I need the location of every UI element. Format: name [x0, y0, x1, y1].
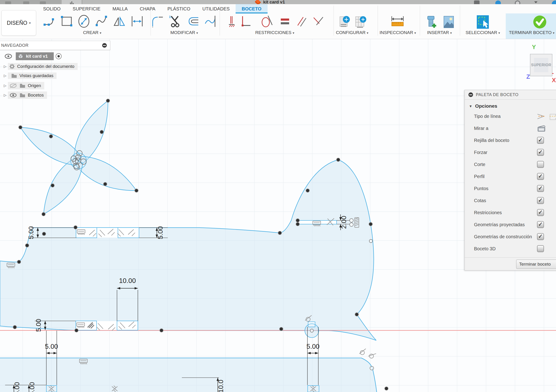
sketch-point-hollow[interactable] — [350, 223, 353, 226]
sketch-point[interactable] — [369, 223, 372, 226]
sketch-point[interactable] — [160, 329, 163, 332]
sketch-point[interactable] — [296, 223, 300, 226]
fillet-tool-icon[interactable] — [151, 14, 165, 28]
sketch-point[interactable] — [296, 219, 300, 222]
viewcube-face-top[interactable]: SUPERIOR — [530, 54, 552, 76]
insert-image-icon[interactable] — [442, 14, 456, 29]
tangent-constraint-icon[interactable] — [359, 349, 366, 355]
dimension-label[interactable]: 5.00 — [35, 319, 42, 332]
save-icon[interactable] — [23, 1, 29, 4]
tree-item-origin[interactable]: ▷ Origen — [2, 82, 44, 89]
palette-section-options[interactable]: ▼ Opciones — [469, 103, 556, 109]
collapse-panel-icon[interactable] — [102, 43, 107, 48]
sketch-point[interactable] — [25, 244, 29, 247]
dimension-label[interactable]: 5.00 — [28, 382, 36, 392]
dimension-label[interactable]: 10.0 — [217, 380, 224, 392]
viewcube[interactable]: SUPERIOR — [530, 54, 552, 76]
sketch-point[interactable] — [337, 158, 340, 162]
sketch-point[interactable] — [278, 231, 282, 235]
sketch-point[interactable] — [385, 387, 388, 390]
design-workspace-dropdown[interactable]: DISEÑO ▾ — [1, 10, 36, 36]
sketch-point[interactable] — [355, 313, 359, 316]
dimension-label[interactable]: 5.00 — [157, 226, 164, 239]
parallel-constraint-icon[interactable] — [294, 14, 308, 28]
dimension-label[interactable]: 5.00 — [45, 343, 58, 350]
measure-icon[interactable] — [390, 14, 405, 29]
edit-curve-icon[interactable] — [203, 14, 217, 28]
sketch-point[interactable] — [75, 329, 78, 332]
trim-tool-icon[interactable] — [168, 14, 182, 28]
checkbox[interactable]: ✓ — [537, 149, 544, 156]
dimension-label[interactable]: 10.00 — [119, 277, 136, 284]
finish-sketch-check-icon[interactable] — [532, 14, 548, 30]
sketch-point-hollow[interactable] — [370, 366, 374, 370]
sketch-point[interactable] — [42, 212, 46, 216]
collapse-panel-icon[interactable] — [468, 92, 473, 97]
undo-icon[interactable] — [40, 1, 46, 4]
sketch-point[interactable] — [17, 260, 21, 264]
eye-icon[interactable] — [4, 53, 13, 59]
sketch-point[interactable] — [49, 135, 53, 138]
sketch-point[interactable] — [74, 226, 77, 229]
sketch-point-hollow[interactable] — [310, 329, 313, 332]
tab-malla[interactable]: MALLA — [107, 4, 134, 13]
palette-header[interactable]: PALETA DE BOCETO — [465, 90, 556, 99]
checkbox[interactable]: ✓ — [537, 137, 544, 144]
checkbox[interactable]: ✓ — [537, 233, 544, 240]
quick-access-toolbar[interactable] — [0, 0, 83, 4]
dimension-label[interactable]: 5.00 — [27, 226, 35, 239]
tab-boceto[interactable]: BOCETO — [236, 4, 267, 13]
expander-icon[interactable]: ▷ — [2, 83, 8, 88]
fixed-constraint-icon[interactable] — [226, 14, 239, 28]
equal-constraint-icon[interactable] — [278, 14, 292, 28]
group-label-crear[interactable]: CREAR ▾ — [83, 30, 101, 35]
sketch-point[interactable] — [104, 182, 107, 186]
parameters-table-icon[interactable] — [353, 14, 368, 30]
tree-item-root[interactable]: kit card v1 — [4, 52, 62, 60]
tangent-constraint-icon[interactable] — [368, 352, 376, 359]
checkbox[interactable]: ✓ — [537, 209, 544, 216]
propeller-blade[interactable] — [20, 127, 81, 165]
tab-utilidades[interactable]: UTILIDADES — [196, 4, 236, 13]
sketch-point-hollow[interactable] — [369, 239, 372, 243]
avatar[interactable] — [552, 0, 556, 4]
collinear-constraint-icon[interactable] — [311, 14, 325, 28]
sketch-point-hollow[interactable] — [350, 219, 353, 222]
data-panel-toggle[interactable] — [62, 0, 82, 4]
horizontal-vertical-constraint-icon[interactable] — [239, 14, 252, 28]
tree-item-saved-views[interactable]: ▷ Vistas guardadas — [2, 73, 56, 79]
sketch-point[interactable] — [51, 184, 54, 187]
rectangle-tool-icon[interactable] — [60, 14, 74, 28]
offset-tool-icon[interactable] — [186, 14, 200, 28]
sketch-point[interactable] — [106, 99, 110, 103]
sketch-point[interactable] — [280, 327, 283, 331]
group-label-restricciones[interactable]: RESTRICCIONES ▾ — [255, 30, 294, 35]
select-tool-icon[interactable] — [475, 14, 490, 30]
chevron-down-icon[interactable] — [534, 1, 537, 3]
sketch-point[interactable] — [19, 126, 22, 129]
dimension-label[interactable]: 2.00 — [340, 216, 348, 229]
extensions-icon[interactable] — [495, 0, 501, 4]
checkbox[interactable]: ✓ — [537, 197, 544, 204]
expander-icon[interactable]: ▷ — [2, 64, 8, 68]
line-tool-icon[interactable] — [43, 14, 56, 28]
group-label-configurar[interactable]: CONFIGURAR ▾ — [336, 30, 368, 35]
circle-tool-icon[interactable] — [77, 14, 91, 28]
eye-off-icon[interactable] — [9, 83, 17, 89]
sketch-point[interactable] — [42, 232, 46, 236]
job-status-icon[interactable] — [474, 0, 479, 4]
checkbox[interactable]: ✓ — [537, 173, 544, 180]
sketch-point[interactable] — [100, 130, 104, 134]
checkbox[interactable]: ✓ — [537, 185, 544, 192]
eye-icon[interactable] — [9, 92, 17, 98]
construction-type-icon[interactable] — [549, 112, 556, 120]
sketch-point[interactable] — [306, 189, 309, 192]
activate-component-radio[interactable] — [56, 53, 62, 59]
insert-fastener-icon[interactable] — [425, 14, 439, 30]
sketch-point[interactable] — [13, 325, 17, 329]
checkbox[interactable]: ✓ — [537, 221, 544, 228]
tab-solido[interactable]: SOLIDO — [37, 4, 67, 13]
tab-superficie[interactable]: SUPERFICIE — [67, 4, 107, 13]
automated-modeling-icon[interactable] — [337, 14, 351, 30]
tree-item-document-settings[interactable]: ▷ Configuración del documento — [2, 63, 77, 70]
